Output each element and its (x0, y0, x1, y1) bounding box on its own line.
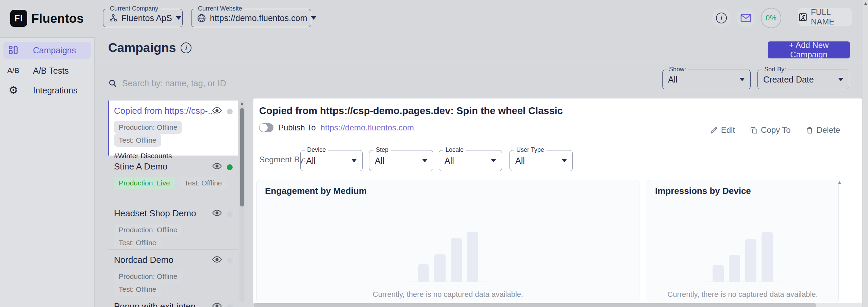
gear-icon: ⚙ (8, 85, 19, 95)
campaign-card[interactable]: Nordcad Demo Production: Offline Test: O… (108, 249, 238, 296)
empty-state-message: Currently, there is no captured data ava… (647, 290, 838, 299)
campaign-list-scrollbar[interactable]: ▲ (239, 101, 245, 302)
chevron-down-icon (838, 78, 844, 81)
chevron-down-icon (422, 159, 428, 162)
empty-state-message: Currently, there is no captured data ava… (257, 290, 639, 299)
panel-scroll-up-icon[interactable]: ▲ (837, 179, 842, 185)
scrollbar-thumb[interactable] (240, 108, 244, 206)
scroll-up-icon[interactable]: ▲ (863, 1, 868, 6)
publish-url-link[interactable]: https://demo.fluentos.com (320, 123, 414, 132)
detail-actions: Edit Copy To Delete (708, 125, 842, 135)
progress-badge[interactable]: 0% (761, 8, 781, 28)
show-filter-value: All (668, 75, 678, 85)
status-dot (227, 304, 233, 307)
show-filter-label: Show: (667, 66, 688, 73)
trash-icon (806, 126, 814, 134)
pencil-icon (710, 126, 718, 134)
page-info-icon[interactable]: i (181, 42, 191, 53)
eye-icon[interactable] (212, 162, 222, 170)
page-scrollbar[interactable]: ▲ (863, 0, 868, 307)
sidebar-item-integrations[interactable]: ⚙ Integrations (3, 82, 91, 99)
segment-locale-select[interactable]: Locale All (439, 150, 502, 171)
panel-horizontal-scrollbar[interactable] (253, 303, 862, 307)
sort-by-label: Sort By: (762, 66, 788, 73)
segment-user-type-label: User Type (514, 146, 547, 153)
add-new-campaign-button[interactable]: + Add New Campaign (768, 41, 850, 58)
segment-device-select[interactable]: Device All (300, 150, 363, 171)
production-status-badge: Production: Offline (114, 270, 182, 283)
show-filter-select[interactable]: Show: All (662, 70, 751, 89)
sidebar-item-label: A/B Tests (33, 66, 69, 76)
status-dot (227, 211, 233, 217)
website-select-value: https://demo.fluentos.com (210, 13, 307, 23)
brand-logo[interactable]: FI (10, 10, 27, 27)
brand-logo-text: FI (14, 13, 23, 24)
segment-by-label: Segment By: (259, 155, 306, 164)
segment-user-type-select[interactable]: User Type All (510, 150, 573, 171)
chevron-down-icon (562, 159, 567, 162)
chart-title: Engagement by Medium (265, 186, 367, 196)
campaign-card-partial[interactable]: Popup with exit inten... (108, 296, 238, 307)
test-status-badge: Test: Offline (180, 177, 227, 189)
company-select-value: Fluentos ApS (121, 13, 172, 23)
campaign-card[interactable]: Stine A Demo Production: Live Test: Offl… (108, 156, 238, 202)
status-dot (227, 109, 233, 114)
eye-icon[interactable] (212, 209, 222, 217)
page-title: Campaigns i (108, 41, 191, 55)
segment-user-type-value: All (515, 156, 525, 166)
segment-step-select[interactable]: Step All (369, 150, 433, 171)
copy-to-button[interactable]: Copy To (748, 125, 793, 135)
sort-by-value: Created Date (763, 75, 814, 85)
status-dot-live (227, 164, 233, 170)
copy-icon (750, 126, 758, 134)
campaign-title: Nordcad Demo (114, 255, 216, 265)
globe-icon (197, 14, 206, 23)
campaign-card[interactable]: Headset Shop Demo Production: Offline Te… (108, 203, 238, 249)
chart-title: Impressions by Device (655, 186, 751, 196)
chevron-down-icon (351, 159, 357, 162)
info-button[interactable]: i (712, 8, 731, 28)
company-select-label: Current Company (107, 5, 161, 12)
sidebar-item-campaigns[interactable]: Campaigns (3, 42, 91, 59)
search-input[interactable] (121, 78, 633, 89)
app-root: FI Fluentos Current Company Fluentos ApS… (0, 0, 868, 307)
eye-icon[interactable] (212, 302, 222, 307)
empty-chart-illustration (647, 232, 838, 282)
chevron-down-icon (311, 16, 316, 20)
publish-toggle[interactable] (259, 123, 273, 132)
sidebar-item-label: Campaigns (33, 46, 76, 55)
campaign-title: Popup with exit inten... (114, 301, 216, 307)
website-select[interactable]: Current Website https://demo.fluentos.co… (191, 9, 311, 27)
mail-icon (740, 14, 751, 22)
campaign-card-selected[interactable]: Copied from https://csp-... Production: … (108, 101, 238, 156)
chevron-down-icon (739, 78, 745, 81)
segment-device-label: Device (305, 146, 328, 153)
scrollbar-thumb[interactable] (253, 303, 816, 307)
edit-button[interactable]: Edit (708, 125, 737, 135)
test-status-badge: Test: Offline (114, 283, 161, 296)
empty-chart-illustration (257, 232, 639, 282)
messages-button[interactable] (736, 8, 755, 28)
chevron-down-icon (176, 16, 181, 20)
test-status-badge: Test: Offline (114, 134, 161, 147)
campaigns-grid-icon (8, 45, 19, 55)
scroll-up-icon[interactable]: ▲ (239, 101, 245, 106)
delete-button[interactable]: Delete (804, 125, 842, 135)
segment-step-value: All (375, 156, 384, 166)
user-menu[interactable]: FULL NAME (798, 8, 852, 26)
sidebar-item-ab-tests[interactable]: A/B A/B Tests (3, 62, 91, 79)
chart-card-engagement: Engagement by Medium Currently, there is… (256, 180, 639, 302)
chevron-down-icon (491, 159, 496, 162)
chart-card-impressions: Impressions by Device Currently, there i… (647, 180, 839, 302)
divider (253, 144, 862, 144)
status-dot (227, 258, 233, 264)
toggle-knob (260, 124, 268, 132)
company-select[interactable]: Current Company Fluentos ApS (103, 9, 183, 27)
brand-name: Fluentos (31, 12, 84, 26)
eye-icon[interactable] (212, 256, 222, 263)
sort-by-select[interactable]: Sort By: Created Date (757, 70, 849, 89)
eye-icon[interactable] (212, 107, 222, 114)
sidebar: Campaigns A/B A/B Tests ⚙ Integrations (0, 37, 95, 307)
production-status-badge: Production: Offline (114, 121, 182, 134)
id-card-icon (798, 13, 807, 22)
